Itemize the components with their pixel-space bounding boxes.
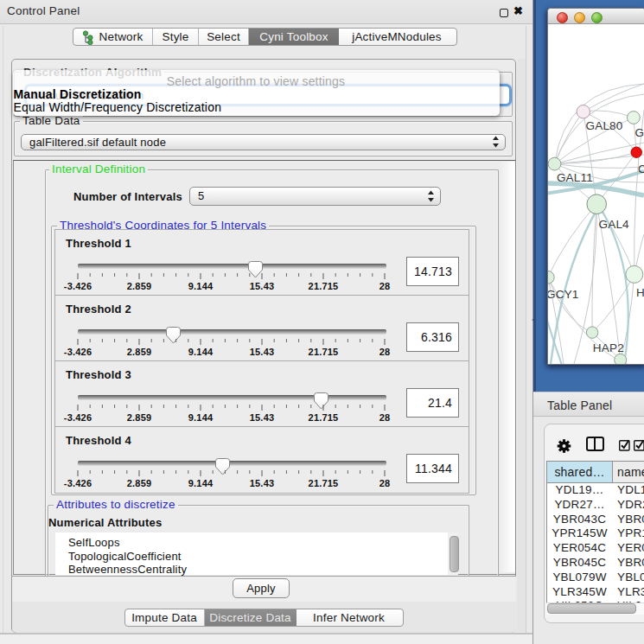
svg-text:HAP2: HAP2: [593, 341, 624, 354]
svg-text:GAL80: GAL80: [586, 119, 623, 132]
svg-text:GAL4: GAL4: [599, 218, 630, 231]
svg-text:GCY1: GCY1: [548, 288, 579, 301]
svg-text:H: H: [636, 286, 644, 299]
svg-text:GAL11: GAL11: [557, 171, 593, 184]
svg-text:GA: GA: [635, 126, 644, 139]
svg-text:C: C: [638, 163, 644, 175]
